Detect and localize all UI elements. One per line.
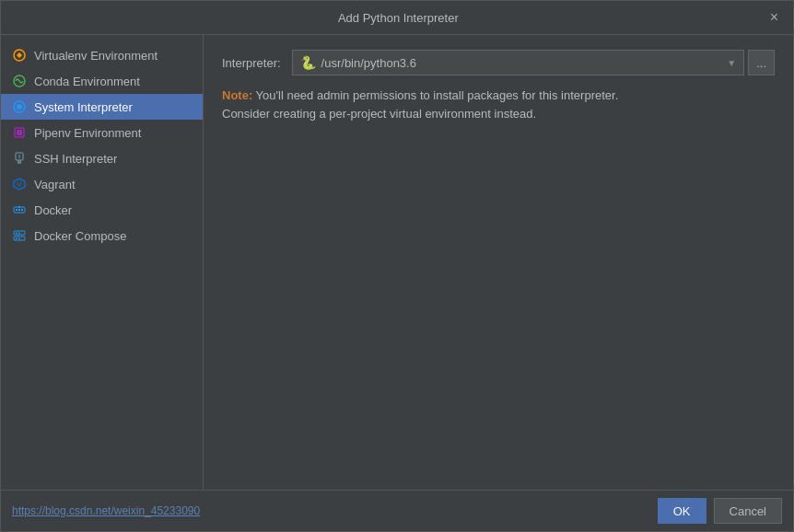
note-text: You'll need admin permissions to install… bbox=[222, 88, 618, 121]
docker-compose-icon bbox=[12, 228, 27, 243]
sidebar-item-label: Vagrant bbox=[34, 178, 76, 191]
sidebar-item-virtualenv[interactable]: Virtualenv Environment bbox=[1, 42, 203, 68]
sidebar-item-label: Virtualenv Environment bbox=[34, 49, 158, 63]
cancel-button[interactable]: Cancel bbox=[714, 498, 782, 524]
note-bold-label: Note: bbox=[222, 88, 252, 102]
python-icon: 🐍 bbox=[300, 55, 316, 70]
svg-rect-13 bbox=[18, 209, 20, 211]
interpreter-row: Interpreter: 🐍 /usr/bin/python3.6 ▼ ... bbox=[222, 50, 775, 75]
sidebar-item-vagrant[interactable]: V Vagrant bbox=[1, 171, 203, 197]
virtualenv-icon bbox=[12, 48, 27, 63]
svg-rect-5 bbox=[17, 130, 22, 135]
main-content: Interpreter: 🐍 /usr/bin/python3.6 ▼ ... … bbox=[204, 35, 793, 490]
svg-rect-12 bbox=[16, 209, 18, 211]
conda-icon bbox=[12, 74, 27, 88]
browse-button[interactable]: ... bbox=[748, 50, 775, 75]
interpreter-dropdown[interactable]: 🐍 /usr/bin/python3.6 ▼ bbox=[292, 50, 745, 75]
ok-button[interactable]: OK bbox=[658, 498, 706, 524]
ssh-icon bbox=[12, 151, 27, 166]
svg-text:V: V bbox=[17, 180, 22, 189]
interpreter-select-wrapper: 🐍 /usr/bin/python3.6 ▼ ... bbox=[292, 50, 775, 75]
sidebar-item-label: Conda Environment bbox=[34, 75, 140, 88]
svg-rect-19 bbox=[18, 233, 20, 235]
sidebar: Virtualenv Environment Conda Environment bbox=[1, 35, 204, 490]
footer-url-link[interactable]: https://blog.csdn.net/weixin_45233090 bbox=[12, 504, 200, 517]
interpreter-label: Interpreter: bbox=[222, 56, 281, 70]
note-box: Note: You'll need admin permissions to i… bbox=[222, 87, 775, 122]
sidebar-item-docker-compose[interactable]: Docker Compose bbox=[1, 223, 203, 249]
system-icon bbox=[12, 99, 27, 114]
sidebar-item-label: Docker Compose bbox=[34, 229, 126, 243]
interpreter-value: /usr/bin/python3.6 bbox=[321, 56, 416, 70]
sidebar-item-conda[interactable]: Conda Environment bbox=[1, 68, 203, 94]
svg-rect-21 bbox=[18, 238, 20, 240]
pipenv-icon bbox=[12, 125, 27, 140]
dropdown-arrow-icon: ▼ bbox=[727, 58, 736, 68]
svg-point-3 bbox=[17, 104, 22, 110]
add-python-interpreter-dialog: Add Python Interpreter × Virtualenv Envi… bbox=[0, 0, 794, 532]
sidebar-item-label: SSH Interpreter bbox=[34, 152, 117, 166]
svg-rect-15 bbox=[18, 206, 20, 208]
sidebar-item-docker[interactable]: Docker bbox=[1, 197, 203, 223]
sidebar-item-label: Docker bbox=[34, 203, 72, 217]
vagrant-icon: V bbox=[12, 177, 27, 191]
dialog-body: Virtualenv Environment Conda Environment bbox=[1, 35, 793, 490]
close-button[interactable]: × bbox=[766, 8, 782, 27]
sidebar-item-label: Pipenv Environment bbox=[34, 126, 141, 140]
svg-rect-7 bbox=[18, 160, 21, 164]
svg-rect-18 bbox=[16, 233, 18, 235]
sidebar-item-pipenv[interactable]: Pipenv Environment bbox=[1, 120, 203, 145]
dialog-title: Add Python Interpreter bbox=[30, 11, 766, 25]
sidebar-item-system[interactable]: System Interpreter bbox=[1, 94, 203, 120]
svg-rect-14 bbox=[21, 209, 23, 211]
title-bar: Add Python Interpreter × bbox=[1, 1, 793, 35]
sidebar-item-ssh[interactable]: SSH Interpreter bbox=[1, 145, 203, 171]
svg-rect-20 bbox=[16, 238, 18, 240]
sidebar-item-label: System Interpreter bbox=[34, 100, 133, 114]
docker-icon bbox=[12, 202, 27, 217]
dialog-footer: https://blog.csdn.net/weixin_45233090 OK… bbox=[1, 490, 793, 531]
